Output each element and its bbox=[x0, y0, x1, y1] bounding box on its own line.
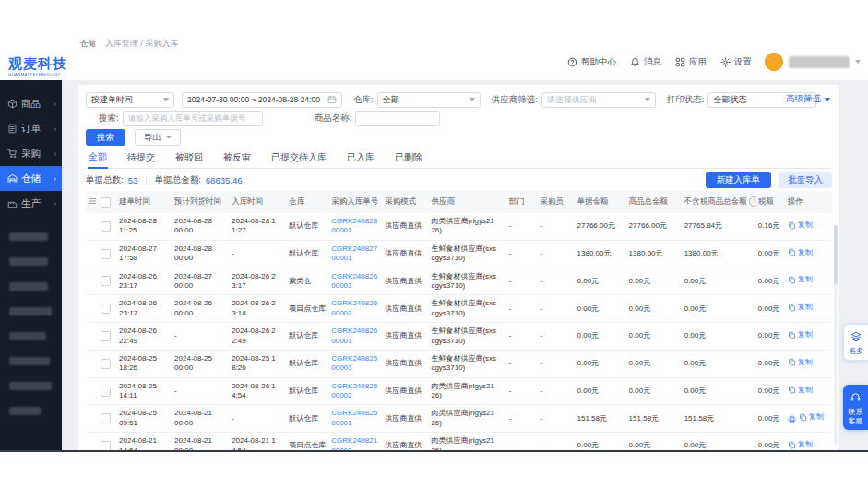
inbound-order-link[interactable]: CGRK240825 00003 bbox=[331, 354, 381, 374]
copy-action[interactable]: 复制 bbox=[788, 220, 813, 230]
tab-被驳回[interactable]: 被驳回 bbox=[174, 151, 204, 168]
column-header-warehouse: 仓库 bbox=[287, 191, 329, 213]
table-row: 2024-08-27 17:582024-08-28 00:00-默认仓库CGR… bbox=[86, 240, 832, 268]
top-action-label: 应用 bbox=[689, 56, 707, 68]
top-action-帮助中心[interactable]: 帮助中心 bbox=[567, 56, 616, 68]
copy-action[interactable]: 复制 bbox=[788, 358, 813, 367]
header-checkbox[interactable] bbox=[101, 197, 111, 208]
copy-action[interactable]: 复制 bbox=[788, 303, 813, 312]
cell-notax_amount: 0.00元 bbox=[683, 377, 756, 405]
search-button[interactable]: 搜索 bbox=[86, 129, 125, 146]
copy-label: 复制 bbox=[798, 440, 813, 449]
sidebar-item-订单[interactable]: 订单› bbox=[0, 116, 62, 141]
sidebar-item-生产[interactable]: 生产› bbox=[0, 191, 62, 216]
calendar-icon bbox=[327, 95, 337, 104]
tab-待提交[interactable]: 待提交 bbox=[126, 151, 156, 168]
warehouse-value: 全部 bbox=[383, 94, 399, 106]
cell-amount: 0.00元 bbox=[576, 433, 627, 450]
app-body: 商品›订单›采购›仓储›生产› 按建单时间 2024-07-30 00:00 ~… bbox=[0, 80, 868, 450]
inbound-order-link[interactable]: CGRK240828 00001 bbox=[331, 217, 381, 236]
screen: 观麦科技 GUANMAI TECHNOLOGY 仓储 入库管理 / 采购入库 帮… bbox=[0, 0, 868, 500]
inbound-order-link[interactable]: CGRK240826 00002 bbox=[331, 299, 381, 318]
product-name-input[interactable] bbox=[355, 111, 440, 126]
top-action-消息[interactable]: 消息 bbox=[630, 56, 661, 68]
batch-import-button[interactable]: 批量导入 bbox=[779, 172, 832, 188]
print-icon[interactable] bbox=[788, 415, 796, 423]
column-header-mode: 采购模式 bbox=[383, 191, 429, 213]
supplier-select[interactable]: 请选择供应商 bbox=[541, 92, 656, 108]
cell-mode: 供应商直供 bbox=[383, 323, 429, 351]
avatar[interactable] bbox=[765, 53, 783, 71]
row-checkbox[interactable] bbox=[101, 387, 111, 397]
copy-action[interactable]: 复制 bbox=[788, 248, 813, 257]
row-checkbox[interactable] bbox=[101, 221, 111, 232]
row-checkbox[interactable] bbox=[101, 304, 111, 314]
contact-support-widget[interactable]: 联系客服 bbox=[843, 385, 868, 430]
time-type-select[interactable]: 按建单时间 bbox=[86, 92, 174, 108]
create-inbound-button[interactable]: 新建入库单 bbox=[706, 172, 772, 188]
tab-全部[interactable]: 全部 bbox=[88, 150, 108, 169]
inbound-order-link[interactable]: CGRK240825 00002 bbox=[331, 382, 381, 401]
table-row: 2024-08-25 14:11-2024-08-26 1 4:54默认仓库CG… bbox=[86, 377, 832, 405]
tab-已删除[interactable]: 已删除 bbox=[394, 151, 423, 168]
cell-expand bbox=[86, 295, 99, 323]
row-checkbox[interactable] bbox=[101, 249, 111, 259]
assistant-widget[interactable]: 名多 bbox=[843, 324, 868, 361]
cell-amount: 0.00元 bbox=[576, 377, 627, 405]
top-action-应用[interactable]: 应用 bbox=[675, 56, 707, 68]
row-checkbox[interactable] bbox=[101, 331, 111, 341]
cell-created: 2024-08-26 23:17 bbox=[117, 295, 172, 323]
inbound-order-link[interactable]: CGRK240827 00001 bbox=[331, 244, 381, 264]
cell-warehouse: 默认仓库 bbox=[287, 377, 329, 405]
tab-已入库[interactable]: 已入库 bbox=[346, 151, 375, 168]
top-actions: 帮助中心消息应用设置 bbox=[567, 56, 752, 68]
copy-action[interactable]: 复制 bbox=[788, 440, 813, 449]
sidebar-item-商品[interactable]: 商品› bbox=[0, 91, 62, 116]
table-scrollbar[interactable] bbox=[834, 225, 838, 445]
copy-action[interactable]: 复制 bbox=[799, 412, 824, 422]
date-range-input[interactable]: 2024-07-30 00:00 ~ 2024-08-28 24:00 bbox=[182, 92, 342, 108]
cell-amount: 151.58元 bbox=[576, 405, 627, 433]
inbound-order-link[interactable]: CGRK240821 00002 bbox=[331, 436, 381, 450]
row-checkbox[interactable] bbox=[101, 441, 111, 450]
sidebar-item-redacted bbox=[9, 332, 46, 340]
advanced-filter-link[interactable]: 高级筛选 bbox=[786, 93, 830, 105]
sidebar-item-仓储[interactable]: 仓储› bbox=[0, 166, 62, 191]
inbound-order-link[interactable]: CGRK240825 00001 bbox=[331, 409, 381, 428]
cell-created: 2024-08-26 22:49 bbox=[117, 323, 172, 351]
row-checkbox[interactable] bbox=[101, 276, 111, 286]
cell-expand bbox=[86, 405, 99, 433]
logo[interactable]: 观麦科技 GUANMAI TECHNOLOGY bbox=[8, 56, 77, 77]
copy-action[interactable]: 复制 bbox=[788, 386, 813, 395]
info-icon[interactable]: i bbox=[749, 196, 756, 207]
cell-expected: 2024-08-28 00:00 bbox=[172, 213, 230, 240]
copy-label: 复制 bbox=[798, 220, 813, 230]
export-button[interactable]: 导出 bbox=[135, 129, 181, 146]
tab-已提交待入库[interactable]: 已提交待入库 bbox=[270, 151, 327, 168]
table-lines-icon[interactable] bbox=[88, 196, 97, 206]
inbound-order-link[interactable]: CGRK240826 00001 bbox=[331, 327, 381, 346]
column-header-supplier: 供应商 bbox=[429, 191, 506, 213]
search-input[interactable] bbox=[123, 111, 263, 126]
warehouse-select[interactable]: 全部 bbox=[377, 92, 481, 108]
top-action-设置[interactable]: 设置 bbox=[720, 56, 752, 68]
sidebar-item-采购[interactable]: 采购› bbox=[0, 141, 62, 166]
copy-action[interactable]: 复制 bbox=[788, 275, 813, 284]
cell-tax: 0.00元 bbox=[756, 323, 786, 351]
cell-expand bbox=[86, 350, 99, 377]
cell-expected: 2024-08-21 00:00 bbox=[172, 433, 230, 450]
column-label: 建单时间 bbox=[119, 196, 150, 206]
inbound-order-link[interactable]: CGRK240826 00003 bbox=[331, 272, 381, 292]
cell-inbound: 2024-08-21 1 4:54 bbox=[230, 433, 287, 450]
row-checkbox[interactable] bbox=[101, 359, 111, 369]
user-menu[interactable] bbox=[765, 53, 861, 71]
copy-action[interactable]: 复制 bbox=[788, 330, 813, 339]
scrollbar-thumb[interactable] bbox=[834, 225, 838, 284]
row-checkbox[interactable] bbox=[101, 413, 111, 423]
tab-被反审[interactable]: 被反审 bbox=[222, 151, 252, 168]
date-range-value: 2024-07-30 00:00 ~ 2024-08-28 24:00 bbox=[187, 95, 320, 104]
table-row: 2024-08-25 18:262024-08-25 00:002024-08-… bbox=[86, 350, 832, 377]
cell-action: 复制 bbox=[786, 350, 832, 377]
cell-check bbox=[99, 377, 117, 405]
sidebar-item-label: 仓储 bbox=[21, 173, 41, 185]
